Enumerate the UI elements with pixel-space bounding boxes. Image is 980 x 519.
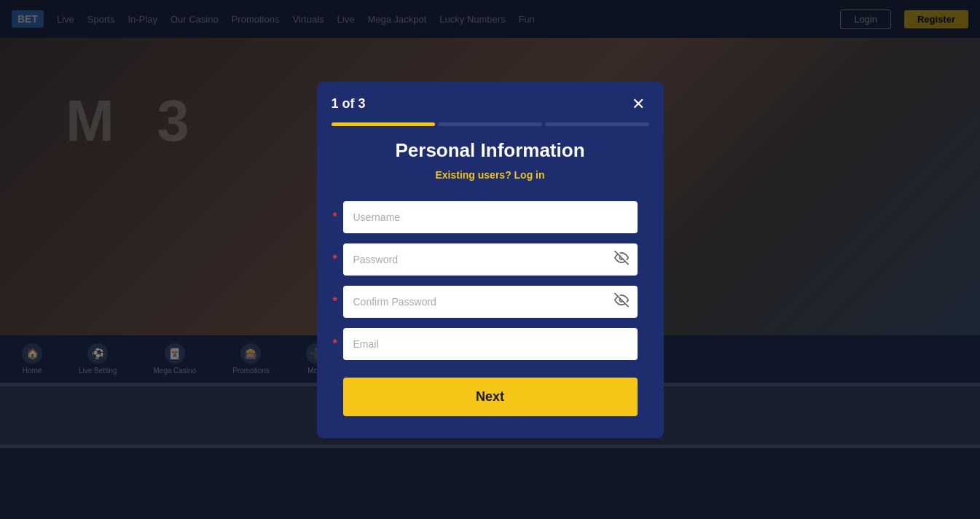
modal-body: Personal Information Existing users? Log… [317,139,664,438]
modal-header: 1 of 3 ✕ [317,82,664,122]
password-field-group: * [343,243,638,276]
modal-overlay: 1 of 3 ✕ Personal Information Existing u… [0,0,980,519]
step-label: 1 of 3 [332,96,366,112]
confirm-password-toggle-icon[interactable] [614,292,629,311]
password-required-star: * [333,253,337,266]
username-input[interactable] [343,201,638,233]
email-required-star: * [333,337,337,351]
email-input[interactable] [343,328,638,360]
progress-bar [317,122,664,139]
username-required-star: * [333,211,337,224]
progress-segment-1 [332,122,436,126]
next-button[interactable]: Next [343,378,638,416]
progress-segment-2 [438,122,542,126]
modal-title: Personal Information [343,139,638,162]
password-input[interactable] [343,243,638,276]
email-field-group: * [343,328,638,360]
modal-close-button[interactable]: ✕ [627,95,649,114]
modal-subtitle: Existing users? Log in [343,169,638,181]
confirm-password-input[interactable] [343,286,638,318]
registration-modal: 1 of 3 ✕ Personal Information Existing u… [317,82,664,438]
progress-segment-3 [545,122,649,126]
confirm-password-field-group: * [343,286,638,318]
password-toggle-icon[interactable] [614,250,629,268]
confirm-password-required-star: * [333,295,337,308]
username-field-group: * [343,201,638,233]
